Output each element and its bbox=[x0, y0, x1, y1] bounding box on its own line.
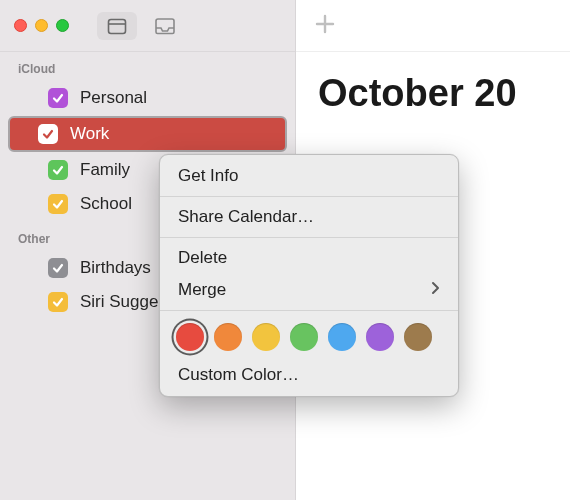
color-swatch-green[interactable] bbox=[290, 323, 318, 351]
inbox-button[interactable] bbox=[145, 12, 185, 40]
context-menu: Get Info Share Calendar… Delete Merge Cu… bbox=[159, 154, 459, 397]
checkbox-icon[interactable] bbox=[48, 194, 68, 214]
checkbox-icon[interactable] bbox=[48, 292, 68, 312]
chevron-right-icon bbox=[431, 280, 440, 300]
menu-share-calendar[interactable]: Share Calendar… bbox=[160, 201, 458, 233]
checkbox-icon[interactable] bbox=[48, 258, 68, 278]
color-swatch-yellow[interactable] bbox=[252, 323, 280, 351]
menu-label: Get Info bbox=[178, 166, 238, 186]
color-swatch-brown[interactable] bbox=[404, 323, 432, 351]
menu-separator bbox=[160, 196, 458, 197]
calendar-label: Birthdays bbox=[80, 258, 151, 278]
month-title: October 20 bbox=[296, 52, 570, 115]
color-row bbox=[160, 315, 458, 359]
plus-icon bbox=[314, 13, 336, 35]
menu-delete[interactable]: Delete bbox=[160, 242, 458, 274]
color-swatch-red[interactable] bbox=[176, 323, 204, 351]
svg-rect-0 bbox=[109, 19, 126, 33]
menu-custom-color[interactable]: Custom Color… bbox=[160, 359, 458, 391]
menu-separator bbox=[160, 237, 458, 238]
calendar-item-personal[interactable]: Personal bbox=[10, 82, 285, 114]
close-window-button[interactable] bbox=[14, 19, 27, 32]
color-swatch-purple[interactable] bbox=[366, 323, 394, 351]
minimize-window-button[interactable] bbox=[35, 19, 48, 32]
menu-label: Custom Color… bbox=[178, 365, 299, 385]
menu-label: Merge bbox=[178, 280, 226, 300]
calendar-item-work[interactable]: Work bbox=[8, 116, 287, 152]
checkbox-icon[interactable] bbox=[38, 124, 58, 144]
window-controls bbox=[14, 19, 69, 32]
menu-merge[interactable]: Merge bbox=[160, 274, 458, 306]
menu-label: Share Calendar… bbox=[178, 207, 314, 227]
color-swatch-blue[interactable] bbox=[328, 323, 356, 351]
calendar-icon bbox=[107, 17, 127, 35]
menu-get-info[interactable]: Get Info bbox=[160, 160, 458, 192]
titlebar bbox=[0, 0, 295, 52]
fullscreen-window-button[interactable] bbox=[56, 19, 69, 32]
calendar-label: Personal bbox=[80, 88, 147, 108]
main-toolbar bbox=[296, 0, 570, 52]
menu-label: Delete bbox=[178, 248, 227, 268]
tray-icon bbox=[154, 17, 176, 35]
checkbox-icon[interactable] bbox=[48, 160, 68, 180]
calendar-label: Work bbox=[70, 124, 109, 144]
calendar-label: School bbox=[80, 194, 132, 214]
menu-separator bbox=[160, 310, 458, 311]
section-header: iCloud bbox=[0, 52, 295, 80]
calendar-label: Family bbox=[80, 160, 130, 180]
calendar-list-toggle[interactable] bbox=[97, 12, 137, 40]
add-event-button[interactable] bbox=[314, 13, 336, 39]
checkbox-icon[interactable] bbox=[48, 88, 68, 108]
color-swatch-orange[interactable] bbox=[214, 323, 242, 351]
